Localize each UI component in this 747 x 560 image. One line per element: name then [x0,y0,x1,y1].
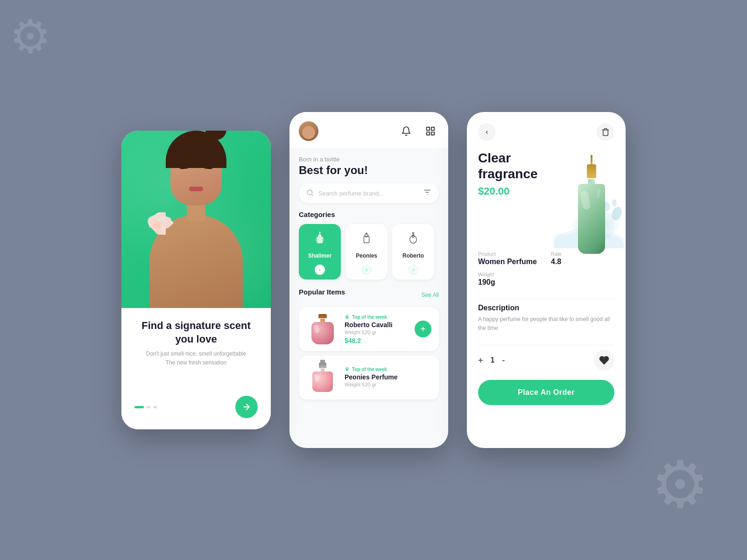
shalimer-icon [312,231,327,249]
spec-weight-label: Weight [478,272,542,277]
svg-rect-1 [427,127,430,130]
svg-rect-3 [427,132,430,135]
quantity-plus-button[interactable]: + [478,356,483,365]
description-text: A happy perfume for people that like to … [478,315,614,333]
dot-3 [153,406,157,408]
search-icon [306,189,314,198]
spec-rate-value: 4.8 [551,258,614,266]
greeting-subtitle: Born in a bottle [299,156,439,163]
categories-list: Shalimer › Peonies › [299,224,439,280]
svg-rect-4 [431,132,434,135]
product-card-1: ♛ Top of the week Roberto Cavalli Weight… [299,307,439,351]
category-shalimer[interactable]: Shalimer › [299,224,341,280]
hero-section [121,131,271,308]
product-2-weight: Weight 620 gr [345,382,431,387]
header-actions [398,123,439,140]
svg-point-20 [412,232,414,234]
greeting-title: Best for you! [299,164,439,177]
notification-button[interactable] [398,123,415,140]
screen-onboarding: Find a signature scent you love Don't ju… [121,131,271,429]
popular-header: Popular Items See All [299,288,439,301]
bottle-visual [578,155,605,254]
onboarding-title: Find a signature scent you love [134,319,258,346]
detail-header: ‹ [478,123,614,141]
see-all-button[interactable]: See All [422,292,439,298]
peonies-label: Peonies [356,252,377,259]
next-button[interactable] [235,396,258,418]
specs-section: Product Women Perfume Rate 4.8 Weight 19… [478,251,614,287]
roberto-arrow: › [408,265,418,275]
product-detail-text: Clear fragrance $20.00 [478,150,555,197]
quantity-minus-button[interactable]: - [502,356,505,365]
crown-icon-2: ♛ [345,366,350,372]
peonies-icon [359,231,374,249]
pagination-dots [134,406,157,408]
svg-point-17 [410,236,416,243]
dot-2 [147,406,150,408]
wishlist-button[interactable] [594,350,614,371]
popular-title: Popular Items [299,288,345,296]
product-1-price: $48.2 [345,337,409,344]
product-card-2: ♛ Top of the week Peonies Perfume Weight… [299,356,439,399]
grid-menu-button[interactable] [422,123,439,140]
browse-content: Born in a bottle Best for you! Search pe… [289,148,448,448]
category-roberto[interactable]: Roberto › [392,224,434,280]
add-product-1-button[interactable]: + [415,321,431,337]
svg-line-6 [311,194,313,196]
bg-gear-top-left: ⚙ [9,9,51,64]
svg-rect-16 [366,232,367,235]
roberto-label: Roberto [402,252,424,259]
browse-header [289,112,448,148]
bg-gear-bottom-right: ⚙ [651,447,710,523]
onboarding-footer [134,396,258,418]
quantity-section: + 1 - [478,350,614,371]
filter-icon[interactable] [423,188,431,198]
product-2-badge-text: Top of the week [352,367,387,372]
product-1-badge: ♛ Top of the week [345,314,409,320]
search-placeholder: Search perfume brand... [318,190,418,197]
product-2-info: ♛ Top of the week Peonies Perfume Weight… [345,366,431,389]
onboarding-subtitle: Don't just smell nice, smell unforgettab… [134,350,258,367]
product-2-image [306,361,339,394]
screen-product-detail: ‹ Clear fragrance $20.00 [467,112,626,448]
spec-product-value: Women Perfume [478,258,542,266]
shalimer-arrow: › [315,265,325,275]
category-peonies[interactable]: Peonies › [345,224,388,280]
description-section: Description A happy perfume for people t… [478,304,614,333]
screens-container: Find a signature scent you love Don't ju… [103,84,644,476]
spec-product: Product Women Perfume [478,251,542,266]
screen-browse: Born in a bottle Best for you! Search pe… [289,112,448,448]
spec-product-label: Product [478,251,542,257]
categories-title: Categories [299,210,439,218]
product-2-badge: ♛ Top of the week [345,366,431,372]
roberto-icon [406,231,421,249]
spec-weight-value: 190g [478,278,542,287]
place-order-button[interactable]: Place An Order [478,380,614,405]
flower-decoration [145,212,175,243]
product-detail-price: $20.00 [478,185,555,197]
back-button[interactable]: ‹ [478,123,496,141]
product-1-weight: Weight 620 gr [345,329,409,335]
dot-1 [134,406,144,408]
search-bar[interactable]: Search perfume brand... [299,183,439,203]
divider [478,299,614,299]
trash-button[interactable] [597,123,614,141]
svg-rect-2 [431,127,434,130]
peonies-arrow: › [361,265,372,275]
product-1-image [306,313,339,345]
spec-weight: Weight 190g [478,272,542,287]
product-1-name: Roberto Cavalli [345,321,409,329]
product-1-badge-text: Top of the week [352,315,387,320]
crown-icon-1: ♛ [345,314,350,320]
shalimer-label: Shalimer [308,252,332,259]
product-detail-title: Clear fragrance [478,150,555,182]
user-avatar[interactable] [299,121,318,141]
description-title: Description [478,304,614,312]
quantity-control: + 1 - [478,356,505,365]
screen1-content: Find a signature scent you love Don't ju… [121,308,271,429]
svg-point-13 [319,231,320,233]
quantity-value: 1 [491,356,495,364]
product-1-info: ♛ Top of the week Roberto Cavalli Weight… [345,314,409,344]
product-2-name: Peonies Perfume [345,373,431,381]
product-bottle-image [555,150,614,244]
